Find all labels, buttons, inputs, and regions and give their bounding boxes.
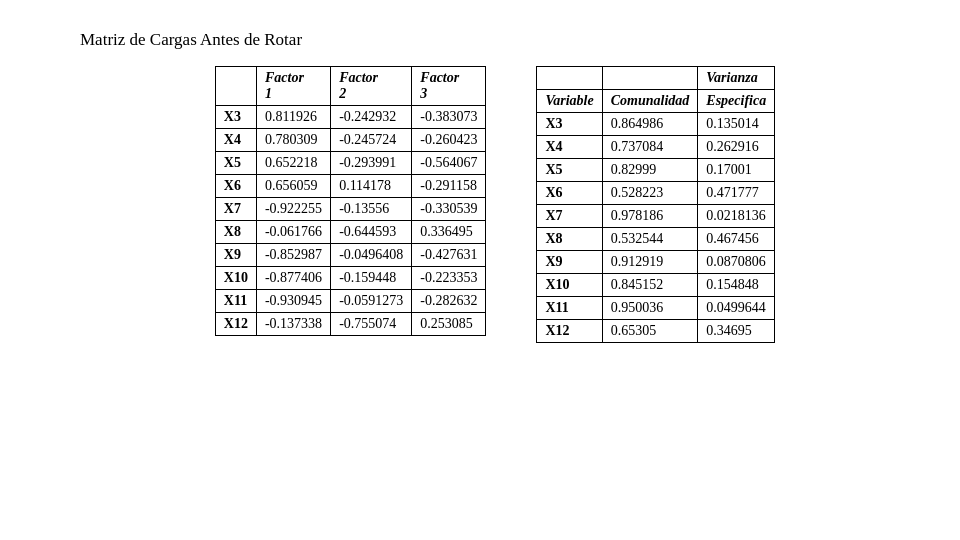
row-factor3-value: -0.427631 — [412, 244, 486, 267]
table-row: X60.5282230.471777 — [537, 182, 775, 205]
row-factor2-value: -0.242932 — [331, 106, 412, 129]
table-row: X10-0.877406-0.159448-0.223353 — [215, 267, 486, 290]
row-especifica-value: 0.0870806 — [698, 251, 775, 274]
right-header-comunalidad: Comunalidad — [602, 90, 698, 113]
row-comunalidad-value: 0.532544 — [602, 228, 698, 251]
row-variable-label: X7 — [215, 198, 256, 221]
row-factor3-value: -0.282632 — [412, 290, 486, 313]
row-variable-label: X5 — [215, 152, 256, 175]
row-comunalidad-value: 0.950036 — [602, 297, 698, 320]
row-factor1-value: 0.652218 — [256, 152, 330, 175]
row-factor1-value: -0.922255 — [256, 198, 330, 221]
row-factor3-value: -0.330539 — [412, 198, 486, 221]
row-variable-label: X5 — [537, 159, 602, 182]
table-row: X50.652218-0.293991-0.564067 — [215, 152, 486, 175]
row-factor3-value: 0.336495 — [412, 221, 486, 244]
row-factor3-value: -0.223353 — [412, 267, 486, 290]
row-variable-label: X12 — [537, 320, 602, 343]
row-factor1-value: 0.780309 — [256, 129, 330, 152]
row-factor3-value: -0.260423 — [412, 129, 486, 152]
row-comunalidad-value: 0.912919 — [602, 251, 698, 274]
row-variable-label: X11 — [537, 297, 602, 320]
row-variable-label: X8 — [537, 228, 602, 251]
row-factor2-value: -0.13556 — [331, 198, 412, 221]
row-especifica-value: 0.135014 — [698, 113, 775, 136]
row-comunalidad-value: 0.528223 — [602, 182, 698, 205]
row-variable-label: X7 — [537, 205, 602, 228]
row-variable-label: X4 — [537, 136, 602, 159]
row-factor2-value: -0.755074 — [331, 313, 412, 336]
row-factor1-value: -0.877406 — [256, 267, 330, 290]
right-header-varianza: Varianza — [698, 67, 775, 90]
row-variable-label: X6 — [537, 182, 602, 205]
tables-container: Factor1Factor2Factor3 X30.811926-0.24293… — [215, 66, 775, 343]
right-header-empty1 — [537, 67, 602, 90]
row-factor2-value: -0.0496408 — [331, 244, 412, 267]
row-variable-label: X9 — [537, 251, 602, 274]
table-row: X110.9500360.0499644 — [537, 297, 775, 320]
row-variable-label: X4 — [215, 129, 256, 152]
row-factor3-value: -0.564067 — [412, 152, 486, 175]
row-especifica-value: 0.154848 — [698, 274, 775, 297]
row-especifica-value: 0.262916 — [698, 136, 775, 159]
row-especifica-value: 0.0218136 — [698, 205, 775, 228]
row-especifica-value: 0.0499644 — [698, 297, 775, 320]
table-row: X70.9781860.0218136 — [537, 205, 775, 228]
table-row: X11-0.930945-0.0591273-0.282632 — [215, 290, 486, 313]
row-especifica-value: 0.17001 — [698, 159, 775, 182]
row-factor2-value: -0.159448 — [331, 267, 412, 290]
page-title: Matriz de Cargas Antes de Rotar — [80, 30, 302, 50]
row-factor1-value: -0.061766 — [256, 221, 330, 244]
table-row: X12-0.137338-0.7550740.253085 — [215, 313, 486, 336]
table-row: X120.653050.34695 — [537, 320, 775, 343]
row-variable-label: X3 — [537, 113, 602, 136]
row-factor2-value: 0.114178 — [331, 175, 412, 198]
row-factor1-value: 0.811926 — [256, 106, 330, 129]
left-table-header-factor1: Factor1 — [256, 67, 330, 106]
row-factor1-value: -0.137338 — [256, 313, 330, 336]
row-variable-label: X9 — [215, 244, 256, 267]
row-variable-label: X8 — [215, 221, 256, 244]
right-table-header-row2: VariableComunalidadEspecifica — [537, 90, 775, 113]
row-variable-label: X10 — [537, 274, 602, 297]
row-especifica-value: 0.467456 — [698, 228, 775, 251]
row-comunalidad-value: 0.978186 — [602, 205, 698, 228]
row-variable-label: X6 — [215, 175, 256, 198]
left-table-corner — [215, 67, 256, 106]
left-table-header-factor2: Factor2 — [331, 67, 412, 106]
table-row: X40.7370840.262916 — [537, 136, 775, 159]
row-factor3-value: 0.253085 — [412, 313, 486, 336]
row-comunalidad-value: 0.737084 — [602, 136, 698, 159]
row-variable-label: X10 — [215, 267, 256, 290]
table-row: X7-0.922255-0.13556-0.330539 — [215, 198, 486, 221]
row-variable-label: X3 — [215, 106, 256, 129]
row-factor2-value: -0.0591273 — [331, 290, 412, 313]
left-table-header-factor3: Factor3 — [412, 67, 486, 106]
row-comunalidad-value: 0.82999 — [602, 159, 698, 182]
right-header-variable: Variable — [537, 90, 602, 113]
row-especifica-value: 0.471777 — [698, 182, 775, 205]
left-table: Factor1Factor2Factor3 X30.811926-0.24293… — [215, 66, 487, 336]
row-comunalidad-value: 0.845152 — [602, 274, 698, 297]
row-factor2-value: -0.245724 — [331, 129, 412, 152]
table-row: X30.8649860.135014 — [537, 113, 775, 136]
row-comunalidad-value: 0.65305 — [602, 320, 698, 343]
right-table: VarianzaVariableComunalidadEspecificaX30… — [536, 66, 775, 343]
table-row: X8-0.061766-0.6445930.336495 — [215, 221, 486, 244]
table-row: X90.9129190.0870806 — [537, 251, 775, 274]
table-row: X30.811926-0.242932-0.383073 — [215, 106, 486, 129]
table-row: X9-0.852987-0.0496408-0.427631 — [215, 244, 486, 267]
row-factor3-value: -0.291158 — [412, 175, 486, 198]
right-header-empty2 — [602, 67, 698, 90]
row-factor2-value: -0.293991 — [331, 152, 412, 175]
right-table-header-row1: Varianza — [537, 67, 775, 90]
table-row: X100.8451520.154848 — [537, 274, 775, 297]
table-row: X40.780309-0.245724-0.260423 — [215, 129, 486, 152]
row-comunalidad-value: 0.864986 — [602, 113, 698, 136]
row-factor1-value: 0.656059 — [256, 175, 330, 198]
right-header-especifica: Especifica — [698, 90, 775, 113]
row-variable-label: X11 — [215, 290, 256, 313]
table-row: X60.6560590.114178-0.291158 — [215, 175, 486, 198]
row-variable-label: X12 — [215, 313, 256, 336]
row-factor2-value: -0.644593 — [331, 221, 412, 244]
